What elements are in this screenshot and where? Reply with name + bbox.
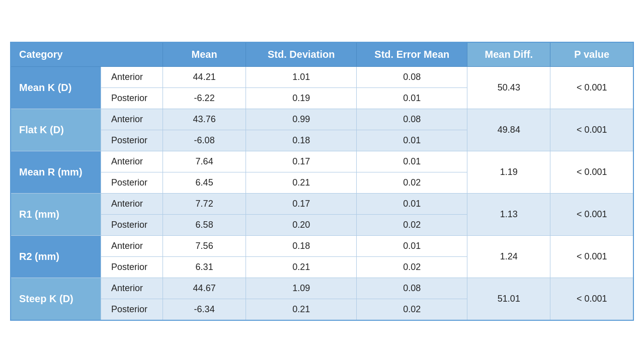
- std-dev-value: 0.21: [246, 256, 357, 278]
- table-row: R2 (mm)Anterior7.560.180.011.24< 0.001: [11, 235, 633, 256]
- mean-value: 6.58: [163, 214, 246, 235]
- std-dev-value: 0.21: [246, 299, 357, 320]
- table-row: R1 (mm)Anterior7.720.170.011.13< 0.001: [11, 193, 633, 214]
- sub-category-label: Anterior: [101, 278, 163, 299]
- mean-value: -6.08: [163, 130, 246, 151]
- p-value: < 0.001: [550, 193, 633, 235]
- sub-category-label: Posterior: [101, 172, 163, 193]
- mean-diff-value: 1.24: [467, 235, 550, 278]
- std-err-value: 0.02: [357, 172, 467, 193]
- sub-category-label: Posterior: [101, 256, 163, 278]
- category-label: Mean K (D): [11, 66, 101, 109]
- category-label: Steep K (D): [11, 278, 101, 320]
- header-std-deviation: Std. Deviation: [246, 42, 357, 67]
- mean-diff-value: 1.19: [467, 151, 550, 193]
- std-dev-value: 0.17: [246, 193, 357, 214]
- std-dev-value: 0.17: [246, 151, 357, 172]
- mean-value: 6.45: [163, 172, 246, 193]
- data-table: Category Mean Std. Deviation Std. Error …: [10, 42, 634, 321]
- mean-value: 44.67: [163, 278, 246, 299]
- table-wrapper: Category Mean Std. Deviation Std. Error …: [10, 42, 634, 321]
- table-row: Steep K (D)Anterior44.671.090.0851.01< 0…: [11, 278, 633, 299]
- std-dev-value: 0.18: [246, 130, 357, 151]
- std-err-value: 0.01: [357, 130, 467, 151]
- std-err-value: 0.02: [357, 299, 467, 320]
- std-err-value: 0.01: [357, 193, 467, 214]
- mean-diff-value: 49.84: [467, 109, 550, 151]
- std-err-value: 0.02: [357, 256, 467, 278]
- p-value: < 0.001: [550, 151, 633, 193]
- std-dev-value: 0.18: [246, 235, 357, 256]
- mean-value: 7.64: [163, 151, 246, 172]
- table-row: Mean K (D)Anterior44.211.010.0850.43< 0.…: [11, 66, 633, 87]
- category-label: R2 (mm): [11, 235, 101, 278]
- header-mean: Mean: [163, 42, 246, 67]
- category-label: Mean R (mm): [11, 151, 101, 193]
- sub-category-label: Anterior: [101, 109, 163, 130]
- mean-value: 7.72: [163, 193, 246, 214]
- mean-diff-value: 50.43: [467, 66, 550, 109]
- std-dev-value: 0.19: [246, 87, 357, 109]
- std-err-value: 0.08: [357, 109, 467, 130]
- mean-value: -6.34: [163, 299, 246, 320]
- header-p-value: P value: [550, 42, 633, 67]
- mean-value: 6.31: [163, 256, 246, 278]
- p-value: < 0.001: [550, 278, 633, 320]
- header-category: Category: [11, 42, 163, 67]
- mean-value: 7.56: [163, 235, 246, 256]
- std-err-value: 0.08: [357, 66, 467, 87]
- std-dev-value: 0.99: [246, 109, 357, 130]
- mean-value: 44.21: [163, 66, 246, 87]
- sub-category-label: Posterior: [101, 87, 163, 109]
- mean-diff-value: 1.13: [467, 193, 550, 235]
- sub-category-label: Anterior: [101, 235, 163, 256]
- mean-diff-value: 51.01: [467, 278, 550, 320]
- mean-value: 43.76: [163, 109, 246, 130]
- std-dev-value: 0.21: [246, 172, 357, 193]
- std-dev-value: 1.01: [246, 66, 357, 87]
- header-mean-diff: Mean Diff.: [467, 42, 550, 67]
- std-err-value: 0.02: [357, 214, 467, 235]
- category-label: Flat K (D): [11, 109, 101, 151]
- std-err-value: 0.08: [357, 278, 467, 299]
- std-dev-value: 1.09: [246, 278, 357, 299]
- sub-category-label: Anterior: [101, 151, 163, 172]
- p-value: < 0.001: [550, 235, 633, 278]
- p-value: < 0.001: [550, 109, 633, 151]
- std-err-value: 0.01: [357, 151, 467, 172]
- std-err-value: 0.01: [357, 235, 467, 256]
- p-value: < 0.001: [550, 66, 633, 109]
- sub-category-label: Anterior: [101, 66, 163, 87]
- sub-category-label: Posterior: [101, 299, 163, 320]
- table-row: Flat K (D)Anterior43.760.990.0849.84< 0.…: [11, 109, 633, 130]
- table-row: Mean R (mm)Anterior7.640.170.011.19< 0.0…: [11, 151, 633, 172]
- mean-value: -6.22: [163, 87, 246, 109]
- sub-category-label: Anterior: [101, 193, 163, 214]
- header-std-error-mean: Std. Error Mean: [357, 42, 467, 67]
- std-dev-value: 0.20: [246, 214, 357, 235]
- sub-category-label: Posterior: [101, 130, 163, 151]
- category-label: R1 (mm): [11, 193, 101, 235]
- sub-category-label: Posterior: [101, 214, 163, 235]
- std-err-value: 0.01: [357, 87, 467, 109]
